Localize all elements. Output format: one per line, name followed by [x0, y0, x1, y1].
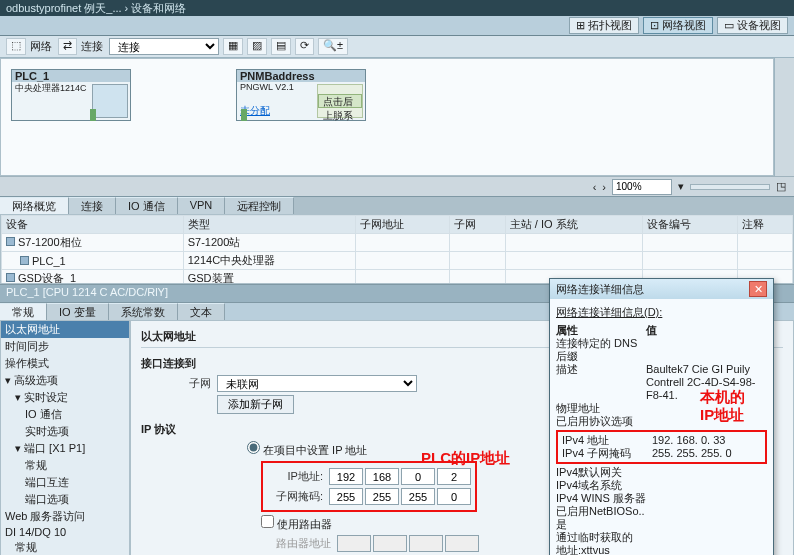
router-0 [337, 535, 371, 552]
ptab-iovar[interactable]: IO 变量 [47, 303, 109, 320]
annot-host-ip: 本机的 IP地址 [700, 388, 745, 424]
ip-3[interactable] [437, 468, 471, 485]
ip-input[interactable] [329, 468, 471, 485]
zoom-dd[interactable]: ▾ [678, 180, 684, 193]
table-row[interactable]: S7-1200相位S7-1200站 [2, 234, 793, 252]
nav-以太网地址[interactable]: 以太网地址 [1, 321, 129, 338]
dlg-col-v: 值 [646, 324, 767, 337]
dlg-heading: 网络连接详细信息(D): [556, 305, 767, 320]
ptab-general[interactable]: 常规 [0, 303, 47, 320]
network-canvas[interactable]: PLC_1 中央处理器1214C PNMBaddress PNGWL V2.1 … [0, 58, 774, 176]
nav-Web 服务器访问[interactable]: Web 服务器访问 [1, 508, 129, 525]
use-router-check[interactable] [261, 515, 274, 528]
dlg-row: 通过临时获取的 地址:xttvus [556, 531, 767, 555]
tb-1[interactable]: ▦ [223, 38, 243, 55]
conn-icon[interactable]: ⇄ [58, 38, 77, 55]
add-subnet-button[interactable]: 添加新子网 [217, 395, 294, 414]
router-1 [373, 535, 407, 552]
overview-table-wrap: 设备类型子网地址子网主站 / IO 系统设备编号注释 S7-1200相位S7-1… [0, 214, 794, 284]
nav-实时设定[interactable]: 实时设定 [1, 389, 129, 406]
dlg-row: IPv4 地址192. 168. 0. 33 [562, 434, 761, 447]
subnet-label: 子网 [141, 376, 211, 391]
ip-2[interactable] [401, 468, 435, 485]
nav-prev[interactable]: ‹ [593, 181, 597, 193]
dlg-col-k: 属性 [556, 324, 646, 337]
mask-1[interactable] [365, 488, 399, 505]
zoom-1-1[interactable]: 🔍± [318, 38, 348, 55]
overview-icon[interactable]: ◳ [776, 180, 786, 193]
device-plc[interactable]: PLC_1 中央处理器1214C [11, 69, 131, 121]
nav-next[interactable]: › [602, 181, 606, 193]
ptab-text[interactable]: 文本 [178, 303, 225, 320]
ip-red-box: IP地址: 子网掩码: [261, 461, 477, 512]
tab-io[interactable]: IO 通信 [116, 197, 178, 214]
nav-端口 [X1 P1][interactable]: 端口 [X1 P1] [1, 440, 129, 457]
subnet-select[interactable]: 未联网 [217, 375, 417, 392]
device-pnmb[interactable]: PNMBaddress PNGWL V2.1 未分配 点击后上脱系 [236, 69, 366, 121]
dlg-row: 已启用NetBIOSo..是 [556, 505, 767, 531]
network-label: 网络 [30, 39, 52, 54]
col-4[interactable]: 主站 / IO 系统 [505, 216, 642, 234]
overview-tabs: 网络概览 连接 IO 通信 VPN 远程控制 [0, 196, 794, 214]
pnmb-stamp: 点击后上脱系 [318, 94, 362, 108]
tb-3[interactable]: ▤ [271, 38, 291, 55]
col-6[interactable]: 注释 [737, 216, 792, 234]
nav-常规[interactable]: 常规 [1, 539, 129, 555]
device-plc-name: PLC_1 [15, 70, 49, 82]
net-icon[interactable]: ⬚ [6, 38, 26, 55]
col-3[interactable]: 子网 [450, 216, 505, 234]
opt-set-ip-radio[interactable] [247, 441, 260, 454]
connection-type-select[interactable]: 连接 [109, 38, 219, 55]
nav-实时选项[interactable]: 实时选项 [1, 423, 129, 440]
ip-1[interactable] [365, 468, 399, 485]
tab-vpn[interactable]: VPN [178, 197, 226, 214]
view-device[interactable]: ▭设备视图 [717, 17, 788, 34]
overview-table[interactable]: 设备类型子网地址子网主站 / IO 系统设备编号注释 S7-1200相位S7-1… [1, 215, 793, 284]
col-2[interactable]: 子网地址 [355, 216, 450, 234]
router-3 [445, 535, 479, 552]
router-2 [409, 535, 443, 552]
nav-操作模式[interactable]: 操作模式 [1, 355, 129, 372]
tb-2[interactable]: ▨ [247, 38, 267, 55]
nav-IO 通信[interactable]: IO 通信 [1, 406, 129, 423]
nav-DI 14/DQ 10[interactable]: DI 14/DQ 10 [1, 525, 129, 539]
ptab-const[interactable]: 系统常数 [109, 303, 178, 320]
row-icon [6, 237, 15, 246]
mask-3[interactable] [437, 488, 471, 505]
dlg-row: IPv4 子网掩码255. 255. 255. 0 [562, 447, 761, 460]
plc-port[interactable] [90, 109, 96, 121]
col-0[interactable]: 设备 [2, 216, 184, 234]
nav-时间同步[interactable]: 时间同步 [1, 338, 129, 355]
col-1[interactable]: 类型 [183, 216, 355, 234]
dlg-close-icon[interactable]: ✕ [749, 281, 767, 297]
tab-net-overview[interactable]: 网络概览 [0, 197, 69, 214]
canvas-gutter [774, 58, 794, 176]
view-network[interactable]: ⊡网络视图 [643, 17, 713, 34]
tab-connections[interactable]: 连接 [69, 197, 116, 214]
view-topology[interactable]: ⊞拓扑视图 [569, 17, 639, 34]
nav-高级选项[interactable]: 高级选项 [1, 372, 129, 389]
nav-端口互连[interactable]: 端口互连 [1, 474, 129, 491]
canvas-status: ‹ › ▾ ◳ [0, 176, 794, 196]
tab-remote[interactable]: 远程控制 [225, 197, 294, 214]
prop-tree[interactable]: 以太网地址时间同步操作模式高级选项实时设定IO 通信实时选项端口 [X1 P1]… [0, 320, 130, 555]
pnmb-port[interactable] [241, 109, 247, 121]
col-5[interactable]: 设备编号 [642, 216, 737, 234]
mask-input[interactable] [329, 488, 471, 505]
opt-set-ip[interactable]: 在项目中设置 IP 地址 [247, 441, 367, 458]
mask-label: 子网掩码: [267, 489, 323, 504]
nav-端口选项[interactable]: 端口选项 [1, 491, 129, 508]
mask-2[interactable] [401, 488, 435, 505]
zoom-slider[interactable] [690, 184, 770, 190]
nav-常规[interactable]: 常规 [1, 457, 129, 474]
dlg-ip-highlight: IPv4 地址192. 168. 0. 33IPv4 子网掩码255. 255.… [556, 430, 767, 464]
use-router[interactable]: 使用路由器 [261, 515, 332, 532]
table-row[interactable]: PLC_11214C中央处理器 [2, 252, 793, 270]
router-lbl: 路由器地址 [261, 536, 331, 551]
plc-image [92, 84, 128, 118]
mask-0[interactable] [329, 488, 363, 505]
ip-0[interactable] [329, 468, 363, 485]
dlg-row: IPv4默认网关 [556, 466, 767, 479]
zoom-input[interactable] [612, 179, 672, 195]
tb-4[interactable]: ⟳ [295, 38, 314, 55]
